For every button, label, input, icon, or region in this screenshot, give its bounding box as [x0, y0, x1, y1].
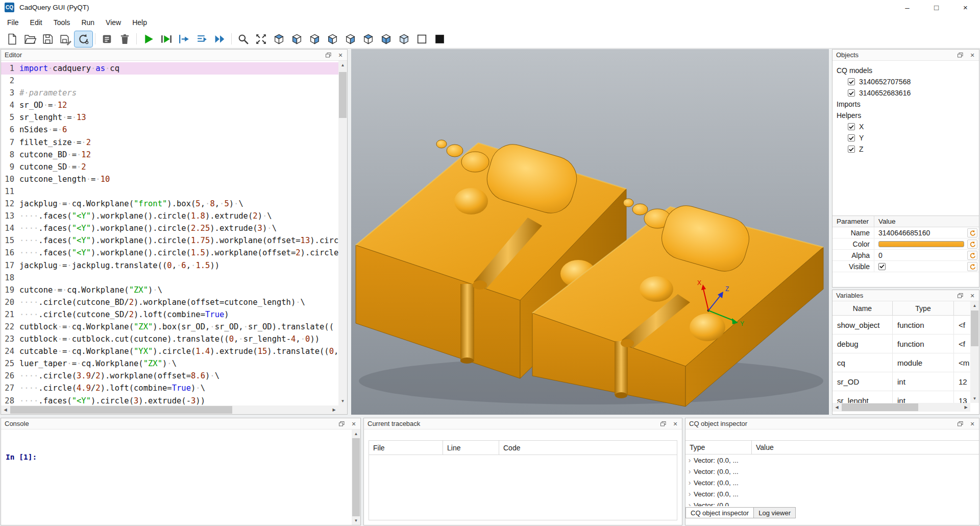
editor-vscrollbar[interactable]: ▲ ▼: [338, 61, 347, 405]
tab-log-viewer[interactable]: Log viewer: [753, 507, 796, 518]
fit-view-icon[interactable]: [252, 31, 270, 47]
menu-tools[interactable]: Tools: [48, 15, 76, 30]
render-icon[interactable]: [139, 31, 157, 47]
chevron-right-icon[interactable]: ›: [685, 501, 694, 506]
scroll-left-icon[interactable]: ◀: [1, 405, 10, 414]
tree-item-imports[interactable]: Imports: [832, 99, 979, 110]
scroll-up-icon[interactable]: ▲: [352, 429, 360, 438]
axis-checkbox[interactable]: [848, 134, 855, 141]
variable-row[interactable]: cq module <m: [832, 353, 970, 372]
variable-row[interactable]: debug function <f: [832, 334, 970, 353]
tree-item-axis-y[interactable]: Y: [832, 132, 979, 144]
float-panel-icon[interactable]: [956, 51, 964, 59]
float-panel-icon[interactable]: [337, 420, 346, 428]
debug-icon[interactable]: [157, 31, 175, 47]
front-view-icon[interactable]: [288, 31, 306, 47]
console-vscrollbar[interactable]: ▲ ▼: [352, 429, 360, 525]
inspector-row[interactable]: ›Vector: (0.0, ...: [685, 499, 979, 506]
top-view-icon[interactable]: [359, 31, 377, 47]
close-button[interactable]: ×: [951, 0, 980, 15]
code-editor[interactable]: 1import·cadquery·as·cq23#·parameters4sr_…: [1, 61, 338, 405]
scroll-up-icon[interactable]: ▲: [970, 301, 979, 310]
maximize-button[interactable]: □: [922, 0, 951, 15]
close-panel-icon[interactable]: ×: [968, 51, 976, 59]
zoom-icon[interactable]: [234, 31, 252, 47]
scroll-down-icon[interactable]: ▼: [352, 516, 360, 525]
editor-hscrollbar[interactable]: ◀ ▶: [1, 405, 338, 414]
chevron-right-icon[interactable]: ›: [685, 467, 694, 475]
close-panel-icon[interactable]: ×: [968, 292, 976, 300]
variable-row[interactable]: show_object function <f: [832, 316, 970, 334]
variable-row[interactable]: sr_OD int 12: [832, 372, 970, 391]
axis-checkbox[interactable]: [848, 146, 855, 153]
reset-param-button[interactable]: [967, 262, 977, 271]
tree-item-axis-z[interactable]: Z: [832, 144, 979, 155]
close-panel-icon[interactable]: ×: [968, 420, 976, 428]
float-panel-icon[interactable]: [324, 51, 332, 59]
tree-item-model[interactable]: 3140652707568: [832, 76, 979, 87]
clear-all-icon[interactable]: [98, 31, 116, 47]
console-vscroll-thumb[interactable]: [352, 438, 360, 516]
close-panel-icon[interactable]: ×: [336, 51, 345, 59]
visible-checkbox[interactable]: [878, 263, 886, 270]
inspector-type-header[interactable]: Type: [685, 441, 752, 454]
right-view-icon[interactable]: [341, 31, 359, 47]
variables-type-header[interactable]: Type: [893, 301, 954, 315]
tree-item-axis-x[interactable]: X: [832, 121, 979, 132]
color-swatch[interactable]: [878, 241, 964, 247]
console-input-area[interactable]: In [1]:: [1, 429, 352, 525]
step-over-icon[interactable]: [193, 31, 211, 47]
tree-item-cq-models[interactable]: CQ models: [832, 65, 979, 76]
step-icon[interactable]: [175, 31, 193, 47]
model-checkbox[interactable]: [848, 78, 855, 85]
shaded-mode-icon[interactable]: [431, 31, 449, 47]
variables-vscroll-thumb[interactable]: [971, 310, 978, 346]
save-icon[interactable]: [39, 31, 57, 47]
menu-run[interactable]: Run: [76, 15, 100, 30]
axis-checkbox[interactable]: [848, 123, 855, 130]
variable-row[interactable]: sr_lenght int 13: [832, 391, 970, 403]
scroll-left-icon[interactable]: ◀: [832, 403, 841, 412]
scroll-down-icon[interactable]: ▼: [970, 394, 979, 403]
menu-file[interactable]: File: [2, 15, 24, 30]
traceback-code-header[interactable]: Code: [499, 441, 677, 455]
inspector-row[interactable]: ›Vector: (0.0, ...: [685, 455, 979, 466]
float-panel-icon[interactable]: [956, 292, 964, 300]
wireframe-mode-icon[interactable]: [413, 31, 431, 47]
tree-item-helpers[interactable]: Helpers: [832, 110, 979, 121]
tree-item-model[interactable]: 3140652683616: [832, 87, 979, 99]
scroll-right-icon[interactable]: ▶: [330, 405, 338, 414]
tab-cq-object-inspector[interactable]: CQ object inspector: [685, 507, 754, 518]
traceback-line-header[interactable]: Line: [443, 441, 499, 455]
model-checkbox[interactable]: [848, 89, 855, 97]
reset-param-button[interactable]: [967, 228, 977, 237]
inspector-value-header[interactable]: Value: [752, 441, 979, 454]
variables-vscrollbar[interactable]: ▲ ▼: [970, 301, 979, 403]
editor-hscroll-thumb[interactable]: [10, 406, 232, 414]
inspector-row[interactable]: ›Vector: (0.0, ...: [685, 466, 979, 477]
float-panel-icon[interactable]: [659, 420, 667, 428]
float-panel-icon[interactable]: [956, 420, 964, 428]
scroll-right-icon[interactable]: ▶: [962, 403, 970, 412]
chevron-right-icon[interactable]: ›: [685, 456, 694, 464]
param-alpha-value[interactable]: 0: [874, 251, 883, 259]
left-view-icon[interactable]: [324, 31, 341, 47]
traceback-file-header[interactable]: File: [369, 441, 443, 455]
bottom-view-icon[interactable]: [377, 31, 395, 47]
minimize-button[interactable]: –: [893, 0, 922, 15]
menu-help[interactable]: Help: [127, 15, 153, 30]
iso-view-icon[interactable]: [270, 31, 288, 47]
editor-vscroll-thumb[interactable]: [339, 72, 347, 118]
menu-view[interactable]: View: [100, 15, 127, 30]
variables-hscrollbar[interactable]: ◀ ▶: [832, 403, 970, 412]
close-panel-icon[interactable]: ×: [671, 420, 679, 428]
axonometric-view-icon[interactable]: [395, 31, 413, 47]
delete-icon[interactable]: [116, 31, 134, 47]
chevron-right-icon[interactable]: ›: [685, 479, 694, 487]
scroll-down-icon[interactable]: ▼: [338, 397, 347, 405]
save-as-icon[interactable]: [57, 31, 75, 47]
back-view-icon[interactable]: [306, 31, 324, 47]
continue-icon[interactable]: [211, 31, 229, 47]
viewport-3d[interactable]: X Z Y: [351, 49, 829, 415]
variables-name-header[interactable]: Name: [832, 301, 893, 315]
